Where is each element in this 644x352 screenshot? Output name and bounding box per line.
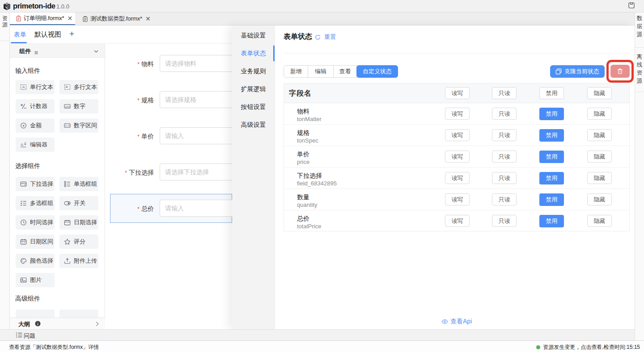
svg-text:A: A xyxy=(65,85,68,89)
svg-text:123: 123 xyxy=(65,105,70,108)
svg-text:A: A xyxy=(22,85,25,89)
svg-text:A: A xyxy=(21,142,23,147)
svg-text:1~3: 1~3 xyxy=(65,124,70,127)
svg-text:¥: ¥ xyxy=(22,124,25,128)
